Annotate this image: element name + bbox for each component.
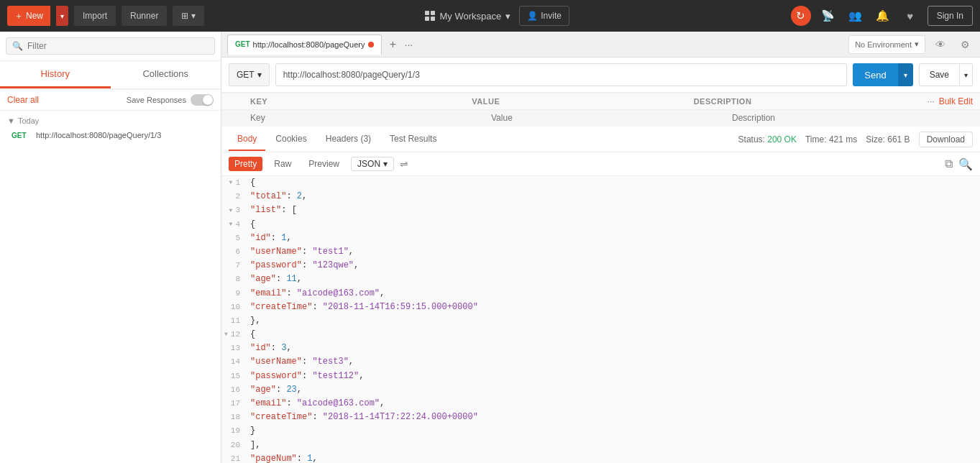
json-token: ,	[349, 357, 354, 367]
line-num-label: 6	[235, 246, 240, 259]
view-raw-button[interactable]: Raw	[268, 157, 297, 171]
json-token: ,	[380, 398, 385, 408]
more-options-icon[interactable]: ···	[928, 96, 935, 106]
eye-icon-button[interactable]: 👁	[931, 35, 950, 54]
workspace-button[interactable]: My Workspace ▾	[425, 11, 510, 22]
status-value: 200 OK	[767, 134, 797, 145]
json-line: 11 },	[221, 314, 980, 328]
send-button[interactable]: Send	[853, 63, 897, 86]
method-select[interactable]: GET ▾	[229, 63, 270, 86]
tab-method: GET	[235, 40, 250, 48]
json-token: "test1"	[312, 247, 348, 257]
resp-tab-body[interactable]: Body	[229, 128, 265, 151]
collapse-arrow-icon[interactable]: ▼	[221, 330, 228, 339]
view-preview-button[interactable]: Preview	[303, 157, 345, 171]
json-token: :	[286, 288, 296, 298]
new-dropdown-arrow[interactable]: ▾	[56, 6, 68, 26]
lang-select[interactable]: JSON ▾	[351, 157, 394, 171]
download-button[interactable]: Download	[919, 132, 973, 147]
json-token: "aicode@163.com"	[297, 288, 380, 298]
save-dropdown-button[interactable]: ▾	[960, 63, 973, 86]
json-line: 6 "userName": "test1",	[221, 245, 980, 259]
send-dropdown-button[interactable]: ▾	[898, 63, 913, 86]
new-button[interactable]: ＋ New	[7, 6, 50, 26]
line-num-label: 14	[231, 356, 240, 369]
search-icon-button[interactable]: 🔍	[958, 157, 973, 171]
builder-button[interactable]: ⊞ ▾	[173, 6, 203, 26]
line-num-label: 16	[231, 384, 240, 397]
satellite-icon-button[interactable]: 📡	[818, 6, 838, 26]
line-num-label: 21	[231, 453, 240, 463]
save-responses-control: Save Responses	[127, 94, 214, 106]
format-button[interactable]: ⇌	[400, 158, 408, 170]
line-num-label: 18	[231, 411, 240, 424]
view-pretty-button[interactable]: Pretty	[229, 157, 262, 171]
json-line: ▼4 {	[221, 218, 980, 232]
line-number: 11	[221, 314, 247, 328]
response-panel: Body Cookies Headers (3) Test Results St…	[221, 127, 980, 463]
tab-collections[interactable]: Collections	[111, 61, 221, 88]
json-token: :	[281, 205, 291, 215]
copy-icon-button[interactable]: ⧉	[945, 157, 953, 171]
invite-button[interactable]: 👤 Invite	[519, 6, 569, 26]
key-input[interactable]	[250, 113, 491, 123]
history-item[interactable]: GET http://localhost:8080/pageQuery/1/3	[7, 128, 214, 142]
more-tabs-button[interactable]: ···	[405, 39, 413, 50]
value-input[interactable]	[491, 113, 732, 123]
line-number: ▼3	[221, 203, 247, 217]
bulk-edit-button[interactable]: Bulk Edit	[939, 96, 973, 106]
json-line: 20 ],	[221, 439, 980, 452]
resp-tab-testresults[interactable]: Test Results	[381, 128, 445, 151]
main-layout: 🔍 History Collections Clear all Save Res…	[0, 32, 980, 463]
heart-icon-button[interactable]: ♥	[900, 6, 920, 26]
json-token: ,	[286, 233, 291, 243]
json-line: 14 "userName": "test3",	[221, 355, 980, 369]
line-number: ▼1	[221, 176, 247, 190]
top-nav: ＋ New ▾ Import Runner ⊞ ▾ My Workspace ▾…	[0, 0, 980, 32]
runner-button[interactable]: Runner	[122, 6, 167, 26]
collapse-arrow-icon[interactable]: ▼	[225, 206, 232, 216]
people-icon-button[interactable]: 👥	[846, 6, 866, 26]
filter-input[interactable]	[27, 41, 209, 51]
bell-icon-button[interactable]: 🔔	[873, 6, 893, 26]
resp-tab-cookies[interactable]: Cookies	[267, 128, 315, 151]
signin-button[interactable]: Sign In	[928, 6, 973, 26]
resp-tab-headers[interactable]: Headers (3)	[317, 128, 380, 151]
line-num-label: 12	[231, 329, 240, 341]
json-token: {	[250, 219, 255, 229]
collapse-arrow-icon[interactable]: ▼	[225, 220, 232, 229]
json-line: 10 "createTime": "2018-11-14T16:59:15.00…	[221, 301, 980, 314]
line-number: 2	[221, 190, 247, 203]
json-token: "id"	[250, 233, 271, 243]
json-token: "test112"	[312, 371, 359, 381]
line-content: "age": 11,	[247, 272, 305, 286]
add-tab-button[interactable]: +	[385, 36, 402, 53]
json-token: "2018-11-14T16:59:15.000+0000"	[323, 302, 478, 312]
import-button[interactable]: Import	[74, 6, 116, 26]
line-content: "email": "aicode@163.com",	[247, 397, 388, 411]
json-token: :	[312, 302, 322, 312]
resp-body-toolbar: Pretty Raw Preview JSON ▾ ⇌ ⧉ 🔍	[221, 152, 980, 176]
clear-all-button[interactable]: Clear all	[7, 95, 39, 105]
tab-history[interactable]: History	[0, 61, 111, 88]
json-token: "userName"	[250, 247, 302, 257]
value-header: VALUE	[472, 97, 693, 106]
collapse-arrow-icon[interactable]: ▼	[225, 178, 232, 188]
url-input[interactable]	[275, 63, 848, 86]
json-token: "age"	[250, 274, 276, 284]
request-tab-active[interactable]: GET http://localhost:8080/pageQuery	[227, 35, 382, 55]
settings-icon-button[interactable]: ⚙	[956, 35, 974, 54]
sync-button[interactable]: ↻	[791, 6, 811, 26]
line-num-label: 1	[235, 177, 240, 190]
response-status: Status: 200 OK Time: 421 ms Size: 661 B …	[738, 132, 973, 147]
line-content: {	[247, 218, 258, 232]
save-responses-toggle[interactable]	[191, 94, 214, 106]
json-token: :	[276, 274, 286, 284]
line-num-label: 5	[235, 232, 240, 245]
line-number: 18	[221, 411, 247, 424]
save-button[interactable]: Save	[919, 63, 960, 86]
description-input[interactable]	[732, 113, 973, 123]
json-line: 13 "id": 3,	[221, 341, 980, 355]
environment-select[interactable]: No Environment ▾	[848, 35, 925, 54]
line-number: 17	[221, 397, 247, 411]
